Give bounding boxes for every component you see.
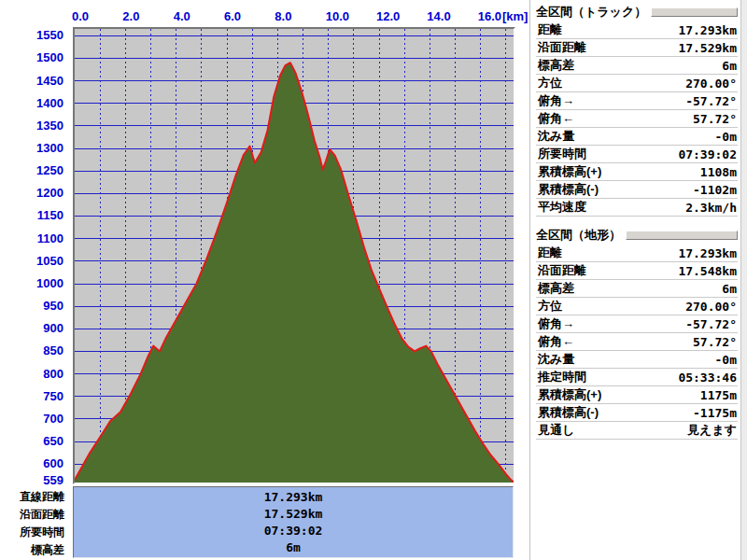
stat-label: 標高差 [538, 57, 574, 74]
stat-label: 方位 [538, 298, 562, 315]
summary-row-value: 17.293km [74, 490, 513, 507]
x-axis-tick-label: 2.0 [122, 9, 139, 23]
x-axis-tick-label: 12.0 [376, 9, 400, 23]
y-axis-tick-label: 1150 [0, 208, 63, 222]
y-axis-tick-label: 750 [0, 389, 63, 403]
y-axis-labels: 1550150014501400135013001250120011501100… [0, 0, 65, 560]
stat-label: 沈み量 [538, 351, 574, 368]
stat-value: 57.72° [693, 335, 737, 349]
stat-label: 累積標高(+) [538, 163, 601, 180]
stat-label: 俯角→ [538, 92, 574, 109]
stat-row: 累積標高(-)-1102m [536, 181, 738, 199]
stat-label: 標高差 [538, 280, 574, 297]
stat-value: 17.293km [678, 23, 737, 37]
stat-row: 沿面距離17.548km [536, 262, 738, 280]
stat-label: 方位 [538, 75, 562, 91]
stat-row: 推定時間05:33:46 [536, 369, 738, 386]
stat-value: 6m [722, 59, 737, 73]
stat-row: 方位270.00° [536, 75, 738, 92]
summary-labels: 直線距離沿面距離所要時間標高差 [0, 489, 69, 560]
stat-row: 累積標高(+)1108m [536, 163, 738, 181]
stat-row: 見通し見えます [536, 422, 738, 440]
stat-row: 累積標高(+)1175m [536, 386, 738, 404]
stat-row: 俯角←57.72° [536, 110, 738, 128]
stat-row: 方位270.00° [536, 298, 738, 315]
elevation-profile-plot[interactable] [75, 29, 514, 483]
panel-title-bar [651, 7, 738, 17]
stat-value: 05:33:46 [678, 371, 737, 385]
x-axis-tick-label: 16.0 [478, 9, 501, 23]
summary-row-value: 07:39:02 [74, 524, 513, 540]
stat-row: 累積標高(-)-1175m [536, 404, 738, 422]
x-axis-labels: 0.02.04.06.08.010.012.014.016.0 [0, 9, 534, 26]
info-panels: 全区間（トラック）距離17.293km沿面距離17.529km標高差6m方位27… [536, 3, 738, 449]
stat-row: 距離17.293km [536, 245, 738, 262]
stat-label: 俯角← [538, 110, 574, 127]
stat-row: 俯角→-57.72° [536, 92, 738, 110]
stat-label: 累積標高(-) [538, 404, 599, 421]
stat-label: 沈み量 [538, 128, 574, 145]
x-axis-unit-label: [km] [502, 9, 528, 23]
pane-divider[interactable] [529, 0, 530, 560]
stat-value: 17.529km [678, 41, 737, 55]
y-axis-tick-label: 1200 [0, 186, 63, 200]
stat-row: 標高差6m [536, 57, 738, 75]
stat-row: 距離17.293km [536, 21, 738, 39]
stat-value: 270.00° [685, 300, 737, 314]
summary-row-label: 沿面距離 [0, 507, 69, 525]
stat-label: 距離 [538, 21, 562, 38]
stat-value: 1108m [700, 165, 737, 179]
stat-value: 見えます [687, 422, 737, 439]
panel-title: 全区間（トラック） [536, 4, 646, 21]
stat-label: 俯角→ [538, 315, 574, 332]
stat-row: 沈み量-0m [536, 128, 738, 146]
panel-title: 全区間（地形） [536, 227, 621, 244]
x-axis-tick-label: 14.0 [427, 9, 450, 23]
y-axis-tick-label: 650 [0, 434, 63, 448]
stat-label: 沿面距離 [538, 39, 586, 56]
stat-label: 沿面距離 [538, 262, 586, 279]
y-axis-tick-label: 1100 [0, 231, 63, 245]
y-axis-tick-label: 1400 [0, 96, 63, 110]
stat-value: 6m [722, 282, 737, 296]
panel-title-row: 全区間（地形） [536, 226, 738, 245]
summary-row-value: 6m [74, 540, 513, 557]
stat-label: 俯角← [538, 333, 574, 350]
stat-value: -1102m [693, 183, 737, 197]
y-axis-tick-label: 900 [0, 321, 63, 335]
stat-value: -57.72° [685, 317, 737, 331]
stat-row: 沈み量-0m [536, 351, 738, 369]
y-axis-tick-label: 800 [0, 367, 63, 381]
y-axis-tick-label: 559 [0, 473, 63, 487]
info-panel: 全区間（地形）距離17.293km沿面距離17.548km標高差6m方位270.… [536, 226, 738, 440]
stat-value: -0m [715, 353, 737, 367]
y-axis-tick-label: 600 [0, 456, 63, 470]
scrollbar-track[interactable] [740, 0, 747, 560]
stat-row: 俯角←57.72° [536, 333, 738, 351]
panel-title-row: 全区間（トラック） [536, 3, 738, 21]
panel-title-bar [626, 231, 738, 240]
plot-frame [73, 27, 515, 484]
y-axis-tick-label: 1000 [0, 276, 63, 290]
info-panel: 全区間（トラック）距離17.293km沿面距離17.529km標高差6m方位27… [536, 3, 738, 217]
stat-value: 17.548km [678, 264, 737, 278]
y-axis-tick-label: 1500 [0, 50, 63, 64]
stat-value: 17.293km [678, 246, 737, 260]
stat-value: -0m [715, 130, 737, 144]
stat-label: 見通し [538, 422, 574, 439]
stat-row: 俯角→-57.72° [536, 315, 738, 333]
stat-value: 270.00° [685, 77, 737, 91]
y-axis-tick-label: 700 [0, 412, 63, 426]
summary-box: 17.293km17.529km07:39:026m [73, 486, 514, 558]
elevation-graph-window: 0.02.04.06.08.010.012.014.016.0 [km] 155… [0, 0, 747, 560]
stat-value: 1175m [700, 388, 737, 402]
x-axis-tick-label: 4.0 [174, 9, 190, 23]
y-axis-tick-label: 850 [0, 343, 63, 357]
stat-value: -1175m [693, 406, 737, 420]
x-axis-tick-label: 10.0 [326, 9, 349, 23]
summary-row-label: 標高差 [0, 542, 69, 560]
summary-row-label: 直線距離 [0, 489, 69, 507]
summary-row-label: 所要時間 [0, 525, 69, 542]
summary-row-value: 17.529km [74, 507, 513, 524]
x-axis-tick-label: 8.0 [275, 9, 291, 23]
